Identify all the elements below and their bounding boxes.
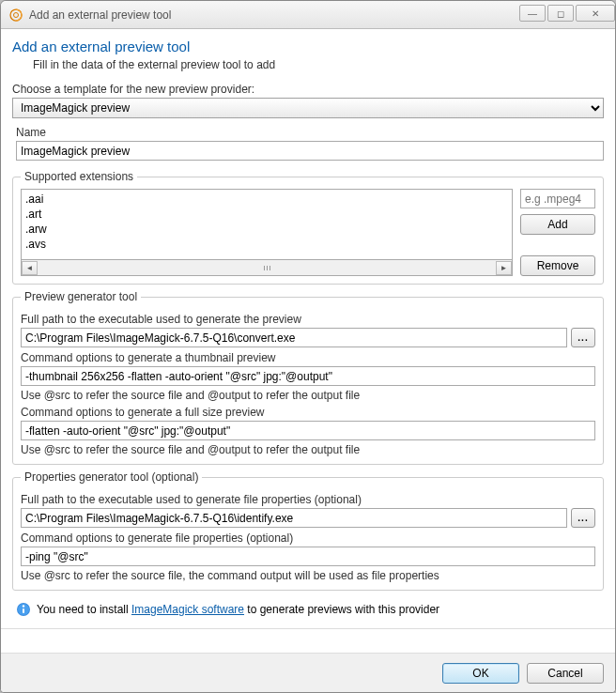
generator-legend: Preview generator tool — [21, 290, 141, 303]
close-button[interactable]: ✕ — [576, 5, 615, 22]
extensions-legend: Supported extensions — [21, 170, 137, 183]
svg-rect-4 — [23, 608, 24, 613]
horizontal-scrollbar[interactable]: ◄ ► — [21, 260, 513, 276]
dialog-button-bar: OK Cancel — [1, 653, 615, 692]
full-cmd-input[interactable] — [21, 421, 595, 440]
exe-label: Full path to the executable used to gene… — [21, 313, 595, 326]
svg-point-1 — [14, 12, 19, 17]
cancel-button[interactable]: Cancel — [527, 663, 604, 684]
list-item[interactable]: .avs — [25, 237, 508, 252]
info-text: You need to install ImageMagick software… — [37, 603, 439, 616]
thumb-cmd-input[interactable] — [21, 366, 595, 386]
info-icon — [16, 602, 31, 617]
window-buttons: — ◻ ✕ — [517, 8, 615, 22]
extension-input[interactable] — [520, 189, 595, 208]
maximize-button[interactable]: ◻ — [547, 5, 574, 22]
imagemagick-link[interactable]: ImageMagick software — [131, 603, 244, 616]
browse-props-exe-button[interactable]: ... — [571, 508, 595, 528]
props-hint: Use @src to refer the source file, the c… — [21, 569, 595, 582]
template-label: Choose a template for the new preview pr… — [12, 83, 604, 96]
page-subheading: Fill in the data of the external preview… — [33, 58, 604, 71]
extensions-group: Supported extensions .aai .art .arw .avs… — [12, 170, 604, 285]
remove-button[interactable]: Remove — [520, 255, 595, 276]
name-input[interactable] — [16, 141, 604, 161]
info-message: You need to install ImageMagick software… — [16, 602, 600, 617]
extensions-list-wrap: .aai .art .arw .avs ◄ ► — [21, 189, 513, 276]
dialog-window: Add an external preview tool — ◻ ✕ Add a… — [0, 0, 616, 693]
extensions-list[interactable]: .aai .art .arw .avs — [21, 189, 513, 260]
separator — [1, 628, 615, 629]
add-button[interactable]: Add — [520, 214, 595, 235]
props-cmd-label: Command options to generate file propert… — [21, 531, 595, 545]
properties-legend: Properties generator tool (optional) — [21, 470, 202, 484]
props-exe-label: Full path to the executable used to gene… — [21, 493, 595, 506]
app-icon — [8, 8, 23, 23]
dialog-content: Add an external preview tool Fill in the… — [1, 29, 615, 653]
generator-group: Preview generator tool Full path to the … — [12, 290, 604, 465]
minimize-button[interactable]: — — [519, 5, 546, 22]
scroll-right-icon[interactable]: ► — [496, 261, 512, 275]
name-label: Name — [16, 126, 604, 139]
list-item[interactable]: .aai — [25, 192, 508, 207]
list-item[interactable]: .arw — [25, 222, 508, 237]
props-exe-input[interactable] — [21, 508, 567, 528]
thumb-hint: Use @src to refer the source file and @o… — [21, 389, 595, 402]
properties-group: Properties generator tool (optional) Ful… — [12, 470, 604, 591]
ok-button[interactable]: OK — [442, 663, 519, 684]
window-title: Add an external preview tool — [29, 8, 517, 22]
scroll-left-icon[interactable]: ◄ — [22, 261, 38, 275]
browse-exe-button[interactable]: ... — [571, 328, 595, 347]
props-cmd-input[interactable] — [21, 547, 595, 566]
page-heading: Add an external preview tool — [12, 38, 604, 54]
template-select[interactable]: ImageMagick preview — [12, 98, 604, 118]
full-hint: Use @src to refer the source file and @o… — [21, 443, 595, 456]
list-item[interactable]: .art — [25, 207, 508, 222]
thumb-cmd-label: Command options to generate a thumbnail … — [21, 351, 595, 364]
exe-path-input[interactable] — [21, 328, 567, 347]
full-cmd-label: Command options to generate a full size … — [21, 406, 595, 419]
svg-point-5 — [23, 605, 24, 607]
titlebar: Add an external preview tool — ◻ ✕ — [1, 1, 615, 29]
